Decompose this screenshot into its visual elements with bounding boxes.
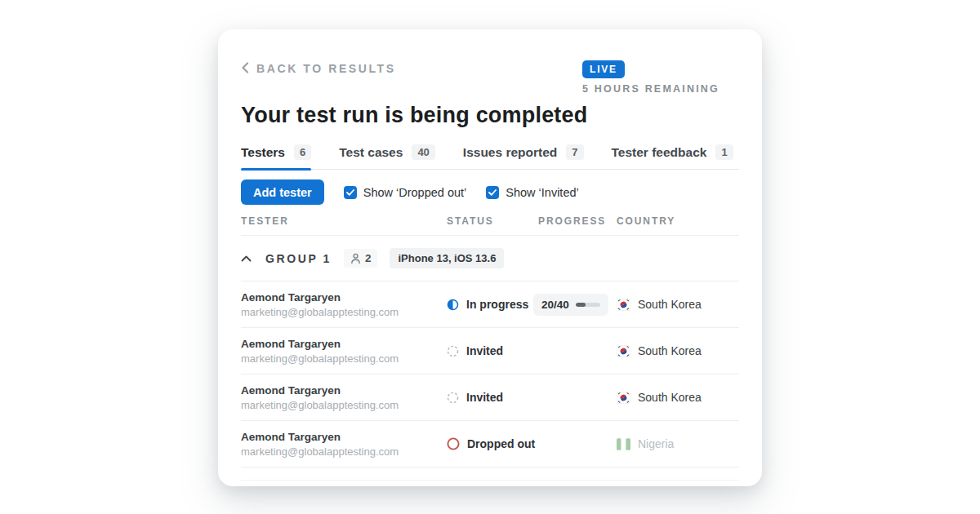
checkbox-label: Show ‘Invited’ [506, 186, 578, 199]
country-label: South Korea [638, 391, 702, 404]
south-korea-flag-icon [617, 345, 630, 357]
south-korea-flag-icon [617, 299, 630, 311]
status-label: In progress [466, 298, 528, 311]
status-label: Invited [466, 391, 503, 404]
table-row[interactable]: Aemond Targaryen marketing@globalapptest… [241, 328, 739, 374]
tab-count-badge: 40 [412, 144, 434, 160]
partial-next-row [241, 467, 739, 481]
time-remaining-label: 5 HOURS REMAINING [582, 83, 719, 95]
column-header-tester: TESTER [241, 215, 447, 227]
back-to-results-link[interactable]: BACK TO RESULTS [241, 62, 396, 76]
card-header: BACK TO RESULTS LIVE 5 HOURS REMAINING [241, 59, 739, 78]
status-label: Dropped out [467, 437, 535, 450]
status-cell: Dropped out [447, 437, 538, 450]
live-status-block: LIVE 5 HOURS REMAINING [582, 60, 719, 95]
tester-cell: Aemond Targaryen marketing@globalapptest… [241, 291, 447, 318]
tester-email: marketing@globalapptesting.com [241, 352, 447, 365]
tester-email: marketing@globalapptesting.com [241, 306, 447, 318]
tab-label: Issues reported [463, 145, 557, 160]
person-icon [350, 253, 361, 264]
back-chevron-icon [241, 62, 249, 76]
country-label: Nigeria [638, 437, 674, 450]
country-cell: South Korea [617, 298, 739, 311]
status-cell: Invited [447, 391, 538, 404]
progress-cell: 20/40 [538, 294, 617, 316]
tester-name: Aemond Targaryen [241, 431, 447, 443]
table-column-headers: TESTER STATUS PROGRESS COUNTRY [241, 215, 739, 236]
country-label: South Korea [638, 298, 702, 311]
table-row[interactable]: Aemond Targaryen marketing@globalapptest… [241, 421, 739, 467]
progress-value: 20/40 [541, 299, 569, 311]
group-count-value: 2 [365, 252, 372, 264]
south-korea-flag-icon [617, 392, 630, 404]
tab-testers[interactable]: Testers 6 [241, 140, 311, 169]
filter-checkbox[interactable]: Show ‘Dropped out’ [344, 186, 467, 199]
country-cell: South Korea [617, 344, 739, 357]
tab-count-badge: 7 [566, 144, 583, 160]
tab-label: Tester feedback [612, 145, 707, 160]
tab-bar: Testers 6 Test cases 40 Issues reported … [241, 140, 739, 170]
invited-icon [447, 392, 459, 404]
filter-checkbox[interactable]: Show ‘Invited’ [486, 186, 578, 199]
status-cell: In progress [447, 298, 538, 311]
table-row[interactable]: Aemond Targaryen marketing@globalapptest… [241, 281, 739, 328]
tester-email: marketing@globalapptesting.com [241, 445, 447, 458]
tester-name: Aemond Targaryen [241, 291, 447, 304]
tab-test-cases[interactable]: Test cases 40 [339, 140, 435, 169]
tab-count-badge: 6 [294, 144, 311, 160]
progress-bar [576, 303, 600, 307]
tab-label: Test cases [339, 145, 403, 160]
progress-indicator: 20/40 [533, 294, 608, 316]
checkbox-checked-icon[interactable] [486, 186, 499, 199]
tab-label: Testers [241, 145, 285, 160]
page-title: Your test run is being completed [241, 103, 739, 128]
checkbox-label: Show ‘Dropped out’ [363, 186, 467, 199]
back-link-label: BACK TO RESULTS [256, 62, 396, 75]
column-header-status: STATUS [447, 215, 538, 227]
tester-name: Aemond Targaryen [241, 338, 447, 350]
group-label: GROUP 1 [265, 252, 332, 265]
controls-row: Add tester Show ‘Dropped out’ Show ‘Invi… [241, 179, 739, 205]
invited-icon [447, 345, 459, 357]
column-header-country: COUNTRY [617, 215, 739, 227]
country-cell: South Korea [617, 391, 739, 404]
nigeria-flag-icon [617, 438, 630, 450]
test-run-card: BACK TO RESULTS LIVE 5 HOURS REMAINING Y… [218, 29, 762, 486]
chevron-up-icon[interactable] [241, 255, 252, 262]
group-header-row[interactable]: GROUP 1 2 iPhone 13, iOS 13.6 [241, 236, 739, 281]
group-tester-count: 2 [344, 249, 378, 268]
tester-email: marketing@globalapptesting.com [241, 399, 447, 411]
tester-name: Aemond Targaryen [241, 384, 447, 397]
dropped-out-icon [447, 437, 460, 450]
column-header-progress: PROGRESS [538, 215, 617, 227]
live-badge: LIVE [582, 60, 625, 78]
tester-cell: Aemond Targaryen marketing@globalapptest… [241, 384, 447, 411]
country-label: South Korea [638, 344, 702, 357]
tab-tester-feedback[interactable]: Tester feedback 1 [612, 140, 733, 169]
checkbox-checked-icon[interactable] [344, 186, 357, 199]
in-progress-icon [447, 299, 459, 311]
tab-issues-reported[interactable]: Issues reported 7 [463, 140, 584, 169]
add-tester-button[interactable]: Add tester [241, 179, 324, 205]
table-row[interactable]: Aemond Targaryen marketing@globalapptest… [241, 374, 739, 421]
tester-cell: Aemond Targaryen marketing@globalapptest… [241, 338, 447, 365]
status-label: Invited [466, 344, 503, 357]
device-pill: iPhone 13, iOS 13.6 [390, 248, 504, 268]
country-cell: Nigeria [617, 437, 739, 450]
tester-cell: Aemond Targaryen marketing@globalapptest… [241, 431, 447, 458]
status-cell: Invited [447, 344, 538, 357]
tab-count-badge: 1 [715, 144, 733, 160]
